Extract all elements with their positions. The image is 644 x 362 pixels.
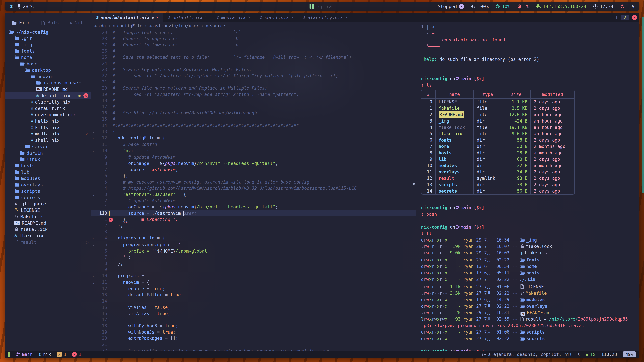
tree-item-flake.lock[interactable]: flake.lock [5, 226, 91, 232]
buffer-tab-neovim/default.nix[interactable]: ❄neovim/default.nix●× [91, 13, 163, 22]
code-line[interactable]: 19# sed -ri "s/pattern_str/replace_str/g… [91, 91, 416, 97]
code-line[interactable]: 22 # currently we use lazy.nvim as neovi… [91, 348, 416, 351]
code-line[interactable]: 18# [91, 97, 416, 104]
fold-marker[interactable]: ∨ [91, 135, 96, 141]
tree-item-default.nix[interactable]: ❄default.nix [5, 105, 91, 111]
tree-item-neovim[interactable]: neovim [5, 73, 91, 80]
code-line[interactable]: 20# Search file name pattern and Replace… [91, 85, 416, 91]
code-line[interactable]: 24# [91, 60, 416, 67]
code-line[interactable]: 23# Search key pattern and Replace in Mu… [91, 66, 416, 73]
tree-item-linux[interactable]: linux [5, 156, 91, 162]
tree-item-flake.nix[interactable]: ❄flake.nix [5, 232, 91, 239]
fold-marker[interactable]: ∨ [91, 235, 96, 242]
tree-item-README.md[interactable]: M↓README.md [5, 86, 91, 92]
tree-item-astronvim_user[interactable]: astronvim_user [5, 80, 91, 86]
code-line[interactable]: 15# [91, 116, 416, 122]
tree-item-alacritty.nix[interactable]: ❄alacritty.nix [5, 99, 91, 105]
code-line[interactable]: 2 # update AstroNvim [91, 198, 416, 204]
code-line[interactable]: 16 vimAlias = true; [91, 311, 416, 317]
tree-item-darwin[interactable]: darwin [5, 150, 91, 156]
tree-item-modules[interactable]: modules [5, 175, 91, 182]
shell-command[interactable]: ❯ ll [421, 230, 639, 237]
code-line[interactable]: 9 [91, 267, 416, 273]
code-line[interactable]: ∨5 programs.npm.npmrc = '' [91, 242, 416, 248]
code-line[interactable]: 29# Toggle text's case: `~` [91, 29, 416, 36]
statusline-lsp[interactable]: alejandra, deadnix, copilot, nil_ls [482, 352, 580, 357]
tree-item-.git[interactable]: .git [5, 35, 91, 41]
pause-icon[interactable] [310, 4, 314, 9]
fold-marker[interactable]: ∨ [91, 129, 96, 135]
buffer-tab-media.nix[interactable]: ❄media.nix× [212, 13, 255, 22]
code-line[interactable]: ∨10 programs = { [91, 273, 416, 279]
code-line[interactable]: 8 onChange = "${pkgs.neovim}/bin/nvim --… [91, 160, 416, 167]
nixos-logo-icon[interactable]: ❄ [10, 3, 13, 10]
editor-pane[interactable]: ❄xdg›❄configFile›❄astronvim/lua/user›❄so… [91, 22, 416, 351]
tree-item-lib[interactable]: lib [5, 169, 91, 175]
terminal-pane[interactable]: 1 | a · ┬ · ╰── executable was not found… [416, 22, 639, 351]
tree-item-scripts[interactable]: scripts [5, 188, 91, 194]
tree-item-overlays[interactable]: overlays [5, 182, 91, 188]
breadcrumb-item-source[interactable]: ❄source [206, 23, 225, 28]
clock-widget[interactable]: 17:34 [593, 4, 613, 9]
code-line[interactable]: 110 source = ./astronvim_user; [91, 210, 416, 216]
fold-marker[interactable]: ∨ [91, 148, 96, 154]
code-line[interactable]: 14######################################… [91, 122, 416, 129]
code-line[interactable]: 11 # base config [91, 141, 416, 148]
layout-indicator[interactable]: A [632, 4, 634, 9]
code-line[interactable]: ∨4 nixpkgs.config = { [91, 235, 416, 242]
sidebar-tab-git[interactable]: ◆Git [70, 20, 83, 26]
breadcrumb-item-configFile[interactable]: ❄configFile [113, 23, 142, 28]
code-line[interactable]: 21# [91, 79, 416, 85]
code-line[interactable]: 20 extraPackages = []; [91, 335, 416, 341]
code-line[interactable]: 12 enable = true; [91, 286, 416, 292]
breadcrumb-item-xdg[interactable]: ❄xdg [94, 23, 106, 28]
code-line[interactable]: 17# ...... [91, 104, 416, 110]
tree-item-README.md[interactable]: M↓README.md [5, 220, 91, 226]
statusline-treesitter[interactable]: ● TS [586, 352, 596, 357]
buffer-close-icon[interactable]: × [156, 15, 158, 20]
buffer-close-icon[interactable]: × [205, 15, 207, 20]
code-line[interactable]: ∨10 "nvim" = { [91, 148, 416, 154]
fold-marker[interactable]: ∨ [91, 273, 96, 279]
memory-widget[interactable]: 1% [517, 4, 529, 9]
tree-item-home[interactable]: home [5, 54, 91, 60]
code-line[interactable]: 21 [91, 341, 416, 348]
sidebar-tab-bufs[interactable]: Bufs [41, 20, 59, 26]
code-line[interactable]: 4 # https://github.com/AstroNvim/AstroNv… [91, 185, 416, 191]
code-line[interactable]: 26# [91, 48, 416, 54]
buffer-tab-default.nix[interactable]: ❄default.nix× [163, 13, 212, 22]
tabpage-2[interactable]: 2 [621, 14, 628, 20]
code-line[interactable]: 9 # update AstroNvim [91, 154, 416, 160]
code-line[interactable]: 17 [91, 317, 416, 323]
fold-marker[interactable]: ∨ [91, 242, 96, 248]
buffer-tab-alacritty.nix[interactable]: ❄alacritty.nix× [298, 13, 352, 22]
code-line[interactable]: 6 }; [91, 173, 416, 179]
statusline-filetype[interactable]: ❄ nix [38, 352, 51, 357]
tree-item-LICENSE[interactable]: LICENSE [5, 207, 91, 213]
tree-item-helix.nix[interactable]: ❄helix.nix [5, 118, 91, 124]
tree-item-base[interactable]: base [5, 60, 91, 67]
code-area[interactable]: 29# Toggle text's case: `~`28# Convert t… [91, 29, 416, 351]
code-line[interactable]: ∨11 neovim = { [91, 279, 416, 286]
code-line[interactable]: 22# sed -ri "s/pattern_str/replace_str/g… [91, 73, 416, 79]
tree-item-Makefile[interactable]: Makefile [5, 213, 91, 220]
code-line[interactable]: 18 withPython3 = true; [91, 323, 416, 329]
close-icon[interactable]: × [83, 93, 88, 98]
player-status-widget[interactable]: Stopped [438, 4, 464, 9]
tree-item-secrets[interactable]: secrets [5, 194, 91, 201]
statusline-errors[interactable]: × 1 [72, 352, 82, 357]
tree-item-kitty.nix[interactable]: ❄kitty.nix [5, 124, 91, 131]
scroll-percent[interactable]: 49% [623, 352, 636, 358]
code-line[interactable]: 5 # my cusotom astronvim config, astronv… [91, 179, 416, 185]
tabpage-1[interactable]: 1 [615, 15, 618, 20]
cpu-widget[interactable]: 10% [495, 4, 510, 9]
code-line[interactable]: 28# Convert to uppercase: `U` [91, 36, 416, 42]
code-line[interactable]: 1× }; ■ Expecting ";" [91, 216, 416, 223]
code-line[interactable]: ∨3 "astronvim/lua/user" = { [91, 191, 416, 198]
statusline-git-branch[interactable]: main [16, 352, 33, 357]
tree-item-hosts[interactable]: hosts [5, 162, 91, 169]
temperature-widget[interactable]: 28°C [17, 3, 34, 9]
fold-marker[interactable]: ∨ [91, 192, 96, 198]
code-line[interactable]: 3 [91, 229, 416, 235]
code-line[interactable]: 2 }; [91, 223, 416, 229]
